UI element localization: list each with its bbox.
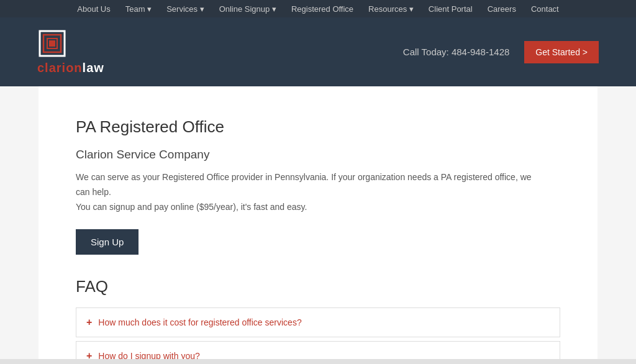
svg-rect-3 <box>49 40 55 47</box>
site-header: clarionlaw Call Today: 484-948-1428 Get … <box>0 17 636 86</box>
main-content: PA Registered Office Clarion Service Com… <box>39 86 597 364</box>
section-subtitle: Clarion Service Company <box>76 148 560 162</box>
faq-plus-icon-1: + <box>86 317 92 328</box>
top-nav: About Us Team ▾ Services ▾ Online Signup… <box>0 0 636 17</box>
nav-contact[interactable]: Contact <box>524 4 566 14</box>
nav-team[interactable]: Team ▾ <box>118 4 159 14</box>
nav-about-us[interactable]: About Us <box>70 4 117 14</box>
get-started-button[interactable]: Get Started > <box>524 41 599 63</box>
phone-label: Call Today: 484-948-1428 <box>403 47 510 57</box>
header-right: Call Today: 484-948-1428 Get Started > <box>403 41 599 63</box>
page-title: PA Registered Office <box>76 117 560 137</box>
logo-law: law <box>83 61 104 75</box>
logo-icon <box>37 29 67 58</box>
logo-text: clarionlaw <box>37 61 104 75</box>
description-line1: We can serve as your Registered Office p… <box>76 172 532 197</box>
nav-services[interactable]: Services ▾ <box>159 4 211 14</box>
faq-title: FAQ <box>76 277 560 296</box>
description: We can serve as your Registered Office p… <box>76 170 548 214</box>
nav-client-portal[interactable]: Client Portal <box>421 4 480 14</box>
nav-resources[interactable]: Resources ▾ <box>361 4 421 14</box>
logo-area: clarionlaw <box>37 29 104 75</box>
sign-up-button[interactable]: Sign Up <box>76 229 139 255</box>
bottom-bar <box>0 359 636 364</box>
logo-clarion: clarion <box>37 61 83 75</box>
nav-online-signup[interactable]: Online Signup ▾ <box>212 4 284 14</box>
faq-item-1[interactable]: + How much does it cost for registered o… <box>76 307 560 337</box>
nav-careers[interactable]: Careers <box>480 4 524 14</box>
faq-question-1: How much does it cost for registered off… <box>98 317 301 327</box>
nav-registered-office[interactable]: Registered Office <box>284 4 361 14</box>
description-line2: You can signup and pay online ($95/year)… <box>76 202 307 212</box>
